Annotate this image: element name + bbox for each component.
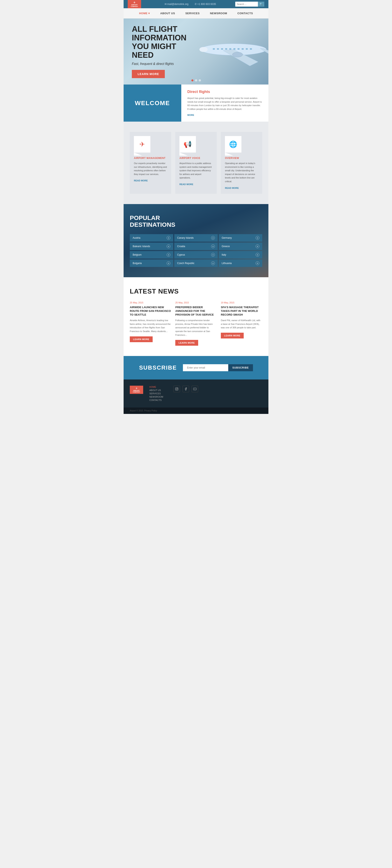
subscribe-button[interactable]: SUBSCRIBE xyxy=(228,364,253,371)
airplane-icon: ✈ xyxy=(139,141,145,148)
nav-about[interactable]: ABOUT US xyxy=(160,12,175,15)
feature-readmore-2[interactable]: READ MORE xyxy=(179,183,193,186)
dest-balearic[interactable]: Balearic Islands + xyxy=(130,243,173,250)
hero-plane-image xyxy=(189,19,268,85)
svg-rect-6 xyxy=(217,48,219,50)
news-text-2: Following a comprehensive tender process… xyxy=(175,319,217,337)
nav-services[interactable]: SERVICES xyxy=(185,12,200,15)
hero-subtitle: Fast, frequent & direct flights xyxy=(132,62,194,66)
dot-3[interactable] xyxy=(199,80,201,82)
copyright-text: Airport © 2015. Privacy Policy xyxy=(130,410,157,412)
dest-lithuania[interactable]: Lithuania + xyxy=(219,259,262,267)
footer-nav-home[interactable]: HOME xyxy=(149,386,163,388)
dest-plus-bulgaria: + xyxy=(167,261,170,265)
nav-contacts[interactable]: CONTACTS xyxy=(237,12,253,15)
news-cta-3[interactable]: LEARN MORE xyxy=(221,333,244,338)
dest-canary[interactable]: Canary Islands + xyxy=(174,234,218,242)
search-bar[interactable]: 🔍 xyxy=(235,2,264,7)
dest-plus-cyprus: + xyxy=(211,253,215,257)
footer-nav: HOME ABOUT US SERVICES NEWSROOM CONTACTS xyxy=(149,386,163,401)
dest-name-croatia: Croatia xyxy=(177,245,185,248)
search-button[interactable]: 🔍 xyxy=(258,2,264,7)
top-bar: ✈ AIRPORTCOMPANY ✉ mail@demolink.org ✆ +… xyxy=(124,0,268,8)
feature-title-2: AIRPORT VOICE xyxy=(179,157,213,159)
svg-rect-9 xyxy=(229,48,231,50)
footer-nav-about[interactable]: ABOUT US xyxy=(149,389,163,392)
dest-cyprus[interactable]: Cyprus + xyxy=(174,251,218,258)
dest-name-austria: Austria xyxy=(133,237,140,239)
facebook-icon[interactable] xyxy=(183,386,189,392)
dest-name-lithuania: Lithuania xyxy=(222,262,232,265)
subscribe-email-input[interactable] xyxy=(183,364,228,371)
dest-italy[interactable]: Italy + xyxy=(219,251,262,258)
dest-name-greece: Greece xyxy=(222,245,230,248)
svg-rect-14 xyxy=(250,48,252,50)
dest-plus-balearic: + xyxy=(167,245,170,248)
instagram-icon[interactable] xyxy=(173,386,180,392)
footer-nav-newsroom[interactable]: NEWSROOM xyxy=(149,396,163,398)
news-text-1: Airwide Airlines, America's leading low … xyxy=(130,319,171,333)
dest-germany[interactable]: Germany + xyxy=(219,234,262,242)
feature-readmore-3[interactable]: READ MORE xyxy=(225,187,239,189)
feature-icon-wrap-1: ✈ xyxy=(134,136,151,153)
news-card-2: 25 May, 2015 PREFERRED BIDDER ANNOUNCED … xyxy=(175,301,217,346)
dest-plus-germany: + xyxy=(256,236,259,240)
footer-nav-services[interactable]: SERVICES xyxy=(149,392,163,395)
svg-point-4 xyxy=(199,47,208,52)
svg-point-3 xyxy=(232,52,243,57)
news-card-1: 25 May, 2015 AIRWIDE LAUNCHES NEW ROUTE … xyxy=(130,301,171,346)
news-cta-1[interactable]: LEARN MORE xyxy=(130,336,153,342)
destinations-section: POPULARDESTINATIONS Austria + Canary Isl… xyxy=(124,204,268,277)
svg-marker-18 xyxy=(195,389,195,390)
welcome-more-link[interactable]: MORE xyxy=(188,114,194,116)
dest-greece[interactable]: Greece + xyxy=(219,243,262,250)
nav-newsroom[interactable]: NEWSROOM xyxy=(210,12,227,15)
welcome-heading: WELCOME xyxy=(135,99,170,106)
news-date-2: 25 May, 2015 xyxy=(175,301,217,304)
news-heading: LATEST NEWS xyxy=(130,287,262,295)
svg-rect-5 xyxy=(213,48,215,50)
dest-austria[interactable]: Austria + xyxy=(130,234,173,242)
youtube-icon[interactable] xyxy=(192,386,198,392)
dest-belgium[interactable]: Belgium + xyxy=(130,251,173,258)
news-title-3: SFA'S MASSAGE THERAPIST TAKES PART IN TH… xyxy=(221,306,262,317)
main-nav: HOME ▾ ABOUT US SERVICES NEWSROOM CONTAC… xyxy=(124,8,268,19)
subscribe-heading: SUBSCRIBE xyxy=(139,365,177,371)
dest-name-czech: Czech Republic xyxy=(177,262,194,265)
svg-rect-15 xyxy=(175,388,178,390)
dest-plus-austria: + xyxy=(167,236,170,240)
destinations-grid: Austria + Canary Islands + Germany + Bal… xyxy=(130,234,262,267)
svg-rect-8 xyxy=(225,48,227,50)
logo-text: AIRPORTCOMPANY xyxy=(131,4,138,7)
welcome-right: Direct flights Airport has great potenti… xyxy=(181,85,268,122)
svg-rect-10 xyxy=(233,48,235,50)
hero-content: ALL FLIGHT INFORMATION YOU MIGHT NEED Fa… xyxy=(132,25,194,78)
feature-text-3: Operating an airport in today's environm… xyxy=(225,162,258,183)
feature-overview: 🌐 OVERVIEW Operating an airport in today… xyxy=(221,132,262,194)
dest-name-germany: Germany xyxy=(222,237,232,239)
news-section: LATEST NEWS 25 May, 2015 AIRWIDE LAUNCHE… xyxy=(124,277,268,356)
footer-nav-contacts[interactable]: CONTACTS xyxy=(149,399,163,401)
search-input[interactable] xyxy=(235,3,258,5)
news-date-3: 19 May, 2015 xyxy=(221,301,262,304)
dot-1[interactable] xyxy=(191,80,193,82)
footer-logo[interactable]: ✈ AIRPORTCOMPANY xyxy=(130,386,143,394)
news-title-1: AIRWIDE LAUNCHES NEW ROUTE FROM SAN FRAN… xyxy=(130,306,171,317)
dest-name-canary: Canary Islands xyxy=(177,237,194,239)
logo[interactable]: ✈ AIRPORTCOMPANY xyxy=(128,0,141,8)
dest-bulgaria[interactable]: Bulgaria + xyxy=(130,259,173,267)
welcome-left: WELCOME xyxy=(124,85,181,122)
dest-plus-lithuania: + xyxy=(256,261,259,265)
nav-home[interactable]: HOME ▾ xyxy=(139,12,150,15)
dest-czech[interactable]: Czech Republic + xyxy=(174,259,218,267)
dest-name-balearic: Balearic Islands xyxy=(133,245,150,248)
phone-info: ✆ +1 800 603 6035 xyxy=(195,3,216,6)
dest-plus-greece: + xyxy=(256,245,259,248)
feature-readmore-1[interactable]: READ MORE xyxy=(134,179,148,182)
hero-cta-button[interactable]: LEARN MORE xyxy=(132,70,165,78)
dest-plus-croatia: + xyxy=(211,245,215,248)
dot-2[interactable] xyxy=(195,80,197,82)
features-section: ✈ AIRPORT MANAGEMENT Our experts proacti… xyxy=(124,122,268,204)
news-cta-2[interactable]: LEARN MORE xyxy=(175,340,198,346)
dest-croatia[interactable]: Croatia + xyxy=(174,243,218,250)
